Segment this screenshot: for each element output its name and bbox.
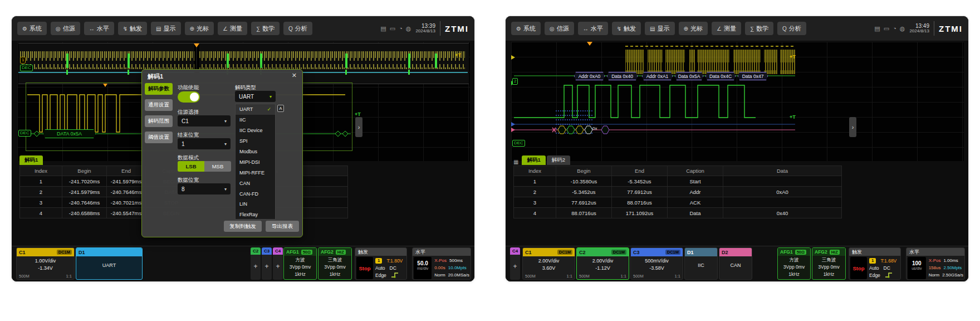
menu-measure[interactable]: ∠测量 bbox=[712, 22, 741, 35]
bus-annotation: Data 0x47 bbox=[738, 72, 768, 80]
menu-system[interactable]: ⚙系统 bbox=[511, 22, 541, 35]
cell bbox=[723, 176, 841, 186]
table-row[interactable]: 4 88.0716us 171.1092us Data 0x40 bbox=[513, 208, 842, 218]
afg1-box[interactable]: AFG150Ω 方波3Vpp 0mv1kHz bbox=[777, 247, 811, 280]
cell: 1 bbox=[20, 176, 62, 186]
afg2-box[interactable]: AFG2HiZ 三角波3Vpp 0mv1kHz bbox=[318, 247, 352, 280]
screen-icon[interactable]: ▤ bbox=[874, 25, 880, 32]
menu-analysis[interactable]: Q分析 bbox=[777, 22, 806, 35]
trigger-position-marker[interactable] bbox=[587, 42, 592, 46]
channel-c1-box[interactable]: C1DC1M 2.00V/div3.60V 500M1:1 bbox=[522, 247, 575, 280]
stopbit-select[interactable]: 1 ▾ bbox=[178, 138, 231, 149]
impedance-chip: 50Ω bbox=[301, 250, 312, 255]
source-select[interactable]: C1 ▾ bbox=[178, 115, 231, 127]
chevron-down-icon: ▾ bbox=[224, 119, 227, 124]
export-report-button[interactable]: 导出报表 bbox=[266, 221, 299, 232]
menu-cursor[interactable]: ⊕光标 bbox=[679, 22, 708, 35]
option-flexray[interactable]: FlexRay bbox=[236, 210, 275, 220]
table-header-row: Index Begin End Caption Data bbox=[513, 166, 842, 176]
menu-analysis[interactable]: Q分析 bbox=[283, 22, 312, 35]
expand-arrow[interactable]: › bbox=[355, 117, 362, 137]
table-row[interactable]: 2 -5.3452us 77.6912us Addr 0xA0 bbox=[513, 187, 842, 197]
screen-icon[interactable]: ▤ bbox=[380, 25, 386, 32]
datawidth-select[interactable]: 8 ▾ bbox=[178, 183, 231, 194]
cell: 2 bbox=[514, 187, 556, 197]
channel-c2-mini[interactable]: C2+ bbox=[251, 247, 261, 280]
menu-measure[interactable]: ∠测量 bbox=[218, 22, 247, 35]
horizontal-section[interactable]: 水平 100us/div X-Pos1.00ms 158us2.50Mpts N… bbox=[906, 247, 965, 280]
option-uart[interactable]: UART✓ bbox=[236, 104, 275, 115]
option-mipi-rffe[interactable]: MIPI-RFFE bbox=[236, 167, 275, 178]
expand-arrow[interactable]: › bbox=[849, 117, 856, 137]
table-row[interactable]: 3 77.6912us 88.0716us ACK bbox=[513, 197, 842, 208]
afg1-box[interactable]: AFG150Ω 方波3Vpp 0mv1kHz bbox=[283, 247, 317, 280]
tab-decode-range[interactable]: 解码范围 bbox=[145, 115, 173, 127]
option-lin[interactable]: LIN bbox=[236, 199, 275, 210]
cell: -240.6588ms bbox=[62, 208, 107, 218]
channel-c3-box[interactable]: C3DC1M 500mV/div-3.58V 500M1:1 bbox=[630, 247, 683, 280]
tab-threshold-settings[interactable]: 阈值设置 bbox=[145, 132, 173, 143]
decodetype-select[interactable]: UART ▾ bbox=[235, 91, 276, 102]
menu-display[interactable]: ▤显示 bbox=[151, 22, 180, 35]
decode2-tab[interactable]: 解码2 bbox=[547, 155, 570, 165]
close-icon[interactable]: ✕ bbox=[292, 72, 297, 79]
volts-per-div: 500mV/div bbox=[631, 257, 683, 265]
cell: Addr bbox=[668, 187, 723, 197]
device-icon[interactable]: ▭ bbox=[884, 25, 889, 32]
menu-horizontal[interactable]: ↔水平 bbox=[578, 22, 608, 35]
trigger-level-marker-2: +T bbox=[790, 114, 796, 120]
decode1-tab[interactable]: 解码1 bbox=[19, 155, 43, 165]
menu-trigger[interactable]: ↯触发 bbox=[612, 22, 641, 35]
channel-c4-mini[interactable]: C4+ bbox=[510, 247, 520, 280]
menu-display[interactable]: ▤显示 bbox=[645, 22, 674, 35]
lsb-option[interactable]: LSB bbox=[178, 161, 204, 172]
channel-name: C3 bbox=[633, 250, 640, 255]
channel-d1-box[interactable]: D1 UART bbox=[76, 247, 143, 280]
copy-to-trigger-button[interactable]: 复制到触发 bbox=[224, 221, 262, 232]
menu-source[interactable]: ◎信源 bbox=[51, 22, 80, 35]
device-icon[interactable]: ▭ bbox=[390, 25, 395, 32]
decode1-tab[interactable]: 解码1 bbox=[522, 155, 545, 165]
channel-name: C4 bbox=[510, 247, 520, 255]
dialog-title: 解码1 bbox=[148, 72, 163, 81]
menu-system[interactable]: ⚙系统 bbox=[17, 22, 47, 35]
option-mipi-dsi[interactable]: MIPI-DSI bbox=[236, 157, 275, 167]
cell: -241.5979ms bbox=[62, 187, 107, 197]
settings-circle-icon[interactable]: ◍ bbox=[406, 25, 411, 32]
option-modbus[interactable]: Modbus bbox=[236, 147, 275, 157]
grid-icon[interactable]: ▦ bbox=[513, 159, 518, 165]
settings-circle-icon[interactable]: ◍ bbox=[900, 25, 905, 32]
channel-d1-box[interactable]: D1 IIC bbox=[684, 247, 718, 280]
tab-decode-params[interactable]: 解码参数 bbox=[145, 83, 173, 95]
table-row[interactable]: 1 -10.3580us -5.3452us Start bbox=[513, 176, 842, 187]
channel-d2-box[interactable]: D2 CAN bbox=[719, 247, 752, 280]
menu-trigger[interactable]: ↯触发 bbox=[118, 22, 147, 35]
msb-option[interactable]: MSB bbox=[204, 161, 231, 172]
menu-source[interactable]: ◎信源 bbox=[545, 22, 574, 35]
menu-math[interactable]: ∑数学 bbox=[251, 22, 280, 35]
keyboard-badge[interactable]: A bbox=[277, 105, 284, 112]
menu-horizontal[interactable]: ↔水平 bbox=[84, 22, 114, 35]
menu-math[interactable]: ∑数学 bbox=[745, 22, 773, 35]
afg2-box[interactable]: AFG2HiZ 三角波3Vpp 0mv1kHz bbox=[812, 247, 846, 280]
trigger-position-marker[interactable] bbox=[194, 43, 199, 47]
enable-toggle[interactable] bbox=[178, 91, 200, 103]
trigger-section[interactable]: 触发 Stop 1T:1.68V AutoDC Edge bbox=[849, 247, 901, 280]
option-can[interactable]: CAN bbox=[236, 178, 275, 188]
trigger-section[interactable]: 触发 Stop 1T:1.80V AutoDC Edge bbox=[355, 247, 407, 280]
channel-c4-mini[interactable]: C4+ bbox=[273, 247, 283, 280]
menu-cursor[interactable]: ⊕光标 bbox=[185, 22, 214, 35]
option-iic-device[interactable]: IIC Device bbox=[236, 125, 275, 136]
option-iic[interactable]: IIC bbox=[236, 115, 275, 125]
option-spi[interactable]: SPI bbox=[236, 136, 275, 147]
network-icon[interactable]: ◔ bbox=[893, 25, 896, 32]
tab-general-settings[interactable]: 通用设置 bbox=[145, 99, 173, 111]
channel-c3-mini[interactable]: C3+ bbox=[262, 247, 272, 280]
network-icon[interactable]: ◔ bbox=[399, 25, 403, 32]
option-can-fd[interactable]: CAN-FD bbox=[236, 188, 275, 199]
channel-c2-box[interactable]: C2DC1M 2.00V/div-1.12V 500M1:1 bbox=[576, 247, 629, 280]
option-label: MIPI-RFFE bbox=[239, 170, 264, 176]
channel-c1-box[interactable]: C1DC1M 1.00V/div-1.34V 500M1:1 bbox=[16, 247, 75, 280]
horizontal-section[interactable]: 水平 50.0ms/div X-Pos500ms 0.00s10.0Mpts N… bbox=[412, 247, 471, 280]
cell: -240.7646ms bbox=[62, 197, 107, 207]
